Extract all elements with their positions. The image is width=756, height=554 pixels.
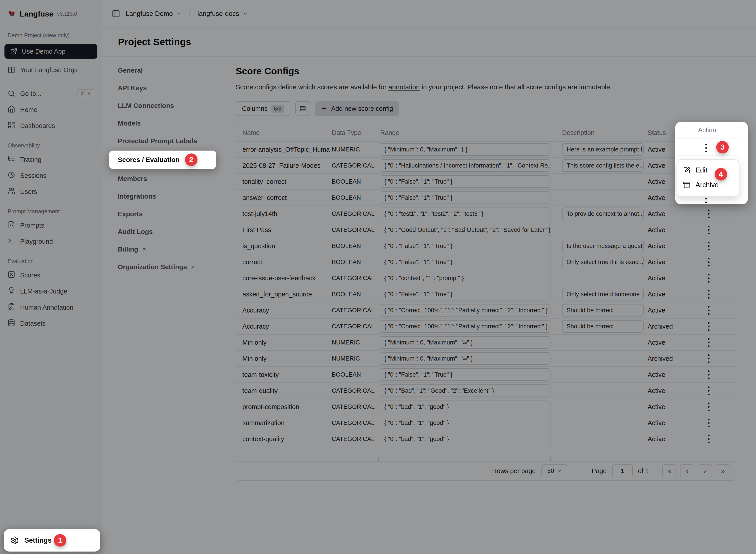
tour-dim-overlay <box>0 0 756 554</box>
action-dropdown-menu: Edit Archive 4 <box>677 159 739 197</box>
tour-badge-3: 3 <box>716 141 729 154</box>
action-column-header: Action <box>676 122 739 138</box>
archive-icon <box>683 181 691 189</box>
menu-item-edit[interactable]: Edit <box>677 163 739 178</box>
menu-item-archive[interactable]: Archive <box>677 178 739 192</box>
settings-label: Settings <box>24 536 52 544</box>
tour-badge-1: 1 <box>54 534 66 547</box>
action-column-spotlight: Action 3 Edit Archive 4 <box>676 122 748 204</box>
sidebar-item-settings[interactable]: Settings 1 <box>4 529 100 552</box>
gear-icon <box>10 536 19 545</box>
kebab-menu-icon[interactable] <box>703 196 709 204</box>
archive-label: Archive <box>695 181 718 189</box>
tour-badge-4: 4 <box>715 168 727 180</box>
edit-icon <box>683 166 691 174</box>
action-row-highlight: 3 <box>676 138 739 156</box>
settings-tab-scores-evaluation[interactable]: Scores / Evaluation2 <box>109 151 216 169</box>
kebab-menu-icon[interactable] <box>703 142 709 155</box>
tour-badge-2: 2 <box>185 154 198 166</box>
app-window: Langfuse v3.113.0 Demo Project (view onl… <box>0 0 756 554</box>
edit-label: Edit <box>695 166 707 174</box>
settings-tab-label: Scores / Evaluation <box>118 156 180 164</box>
